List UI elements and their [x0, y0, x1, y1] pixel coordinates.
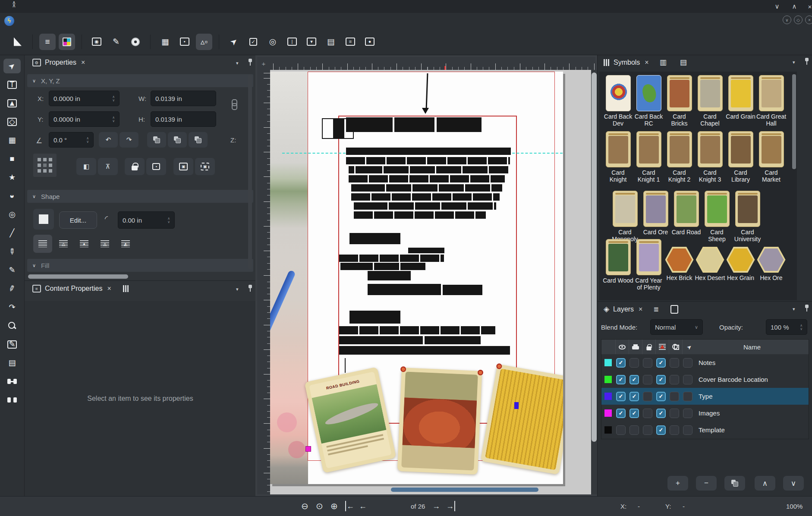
y-field[interactable]: 0.0000 in: [49, 111, 120, 127]
spiral-tool[interactable]: ◎: [3, 207, 21, 222]
link-frames-tool[interactable]: [3, 374, 21, 389]
layer-toggle[interactable]: [629, 392, 639, 401]
layer-toggle[interactable]: [670, 375, 679, 384]
lock-object-button[interactable]: [125, 158, 145, 175]
last-page-icon[interactable]: →: [446, 501, 455, 511]
rotate-tool[interactable]: ↷: [3, 300, 21, 315]
symbol-item[interactable]: Card Great Hall: [756, 75, 787, 127]
layers-tree-icon[interactable]: ≣: [653, 305, 659, 313]
symbol-item[interactable]: Card Back RC: [633, 75, 664, 127]
y-spinner[interactable]: [112, 116, 115, 123]
menu-item[interactable]: [31, 18, 44, 23]
content-collapse-icon[interactable]: ▾: [236, 286, 239, 292]
layer-row[interactable]: Cover Barcode Location: [601, 371, 809, 388]
symbol-item[interactable]: Card Year of Plenty: [633, 239, 664, 291]
layer-toggle[interactable]: [616, 375, 626, 384]
canvas-hscrollbar[interactable]: [391, 488, 538, 492]
menu-item[interactable]: [70, 18, 83, 23]
document-page[interactable]: ROAD BUILDING: [270, 72, 563, 484]
w-field[interactable]: 0.0139 in: [151, 91, 216, 106]
properties-vscrollbar[interactable]: [248, 74, 252, 269]
layer-toggle[interactable]: [629, 425, 639, 435]
symbol-item[interactable]: Card Wood: [603, 239, 633, 291]
link-wh-icon[interactable]: [231, 99, 236, 109]
preview-mode-icon[interactable]: ◉: [88, 34, 105, 50]
new-page-icon[interactable]: [9, 34, 26, 50]
layer-toggle[interactable]: [683, 392, 692, 401]
symbol-item[interactable]: Card Library: [725, 131, 756, 183]
layer-row[interactable]: Template: [601, 422, 809, 438]
first-page-icon[interactable]: ←: [345, 501, 354, 511]
layer-toggle[interactable]: [616, 409, 626, 418]
layer-toggle[interactable]: [643, 392, 652, 401]
layer-toggle[interactable]: [656, 358, 666, 368]
pdf-select-icon[interactable]: ➤: [226, 34, 242, 50]
table-tool[interactable]: ▦: [3, 133, 21, 148]
layer-toggle[interactable]: [629, 358, 639, 368]
layer-toggle[interactable]: [643, 375, 652, 384]
blend-mode-dropdown[interactable]: Normal∨: [650, 319, 703, 335]
symbol-item[interactable]: Card Bricks: [664, 75, 695, 127]
unlink-frames-tool[interactable]: [3, 393, 21, 407]
zoom-100-icon[interactable]: ⊙: [316, 501, 323, 511]
layer-toggle[interactable]: [643, 425, 652, 435]
blue-marker[interactable]: [514, 402, 519, 409]
arc-tool[interactable]: ◕: [3, 189, 21, 203]
opacity-spinner[interactable]: [800, 324, 803, 330]
layer-toggle[interactable]: [670, 392, 679, 401]
layer-row[interactable]: Images: [601, 405, 809, 422]
content-pin-icon[interactable]: [248, 285, 252, 292]
menu-item[interactable]: [83, 18, 96, 23]
flip-vertical-button[interactable]: ⊼: [98, 158, 118, 175]
symbol-item[interactable]: Hex Brick: [664, 239, 695, 291]
layer-toggle[interactable]: [683, 358, 692, 368]
save-disc-icon[interactable]: [127, 34, 144, 50]
magenta-marker[interactable]: [305, 446, 311, 452]
menu-item[interactable]: [19, 18, 31, 23]
collapse-toolbar-icon[interactable]: ∧∧: [12, 1, 16, 7]
lower-layer-button[interactable]: ∨: [783, 476, 804, 491]
symbol-item[interactable]: Hex Ore: [756, 239, 787, 291]
pdf-combobox-icon[interactable]: ▾: [303, 34, 320, 50]
raise-to-top-button[interactable]: [147, 132, 166, 148]
symbol-item[interactable]: Card Monopoly: [610, 191, 640, 242]
pdf-listbox-icon[interactable]: ▤: [323, 34, 339, 50]
rotation-spinner[interactable]: [86, 137, 89, 143]
lower-button[interactable]: [189, 132, 208, 148]
layers-collapse-icon[interactable]: ▾: [793, 306, 795, 312]
layer-toggle[interactable]: [629, 409, 639, 418]
polygon-tool[interactable]: ★: [3, 170, 21, 185]
layer-toggle[interactable]: [616, 425, 626, 435]
symbol-item[interactable]: Card University: [732, 191, 763, 242]
opacity-field[interactable]: 100 %: [766, 319, 807, 335]
canvas-area[interactable]: +: [255, 55, 597, 496]
text-flow-off-button[interactable]: [33, 235, 52, 253]
layer-toggle[interactable]: [683, 425, 692, 435]
text-frame-tool[interactable]: T: [3, 77, 21, 92]
symbols-scrollbar[interactable]: [792, 74, 796, 169]
shape-selector-button[interactable]: [33, 209, 54, 230]
text-flow-contour-button[interactable]: ◬: [95, 235, 114, 253]
layer-toggle[interactable]: [656, 375, 666, 384]
vertical-ruler[interactable]: [257, 70, 270, 494]
duplicate-layer-button[interactable]: [724, 476, 745, 491]
symbol-item[interactable]: Card Sheep: [702, 191, 732, 242]
layer-toggle[interactable]: [656, 425, 666, 435]
pdf-radio-icon[interactable]: ◎: [264, 34, 281, 50]
corner-radius-spinner[interactable]: [167, 217, 170, 223]
section-shape[interactable]: ∨Shape: [27, 190, 253, 203]
layers-pin-icon[interactable]: [805, 305, 809, 311]
menu-item[interactable]: [122, 18, 135, 23]
menu-item[interactable]: [135, 18, 148, 23]
raise-layer-button[interactable]: ∧: [755, 476, 775, 491]
menu-item[interactable]: [109, 18, 122, 23]
content-properties-tab-icon[interactable]: [123, 285, 129, 292]
pdf-checkbox-icon[interactable]: [245, 34, 261, 50]
lock-size-button[interactable]: ▪: [146, 158, 166, 175]
layer-toggle[interactable]: [643, 409, 652, 418]
symbols-collapse-icon[interactable]: ▾: [793, 60, 795, 65]
symbols-star-list-icon[interactable]: ▤: [680, 58, 687, 67]
rotate-ccw-button[interactable]: ↶: [99, 132, 118, 148]
properties-hscrollbar[interactable]: [28, 274, 128, 279]
mdi-float-icon[interactable]: ◇: [794, 16, 803, 24]
